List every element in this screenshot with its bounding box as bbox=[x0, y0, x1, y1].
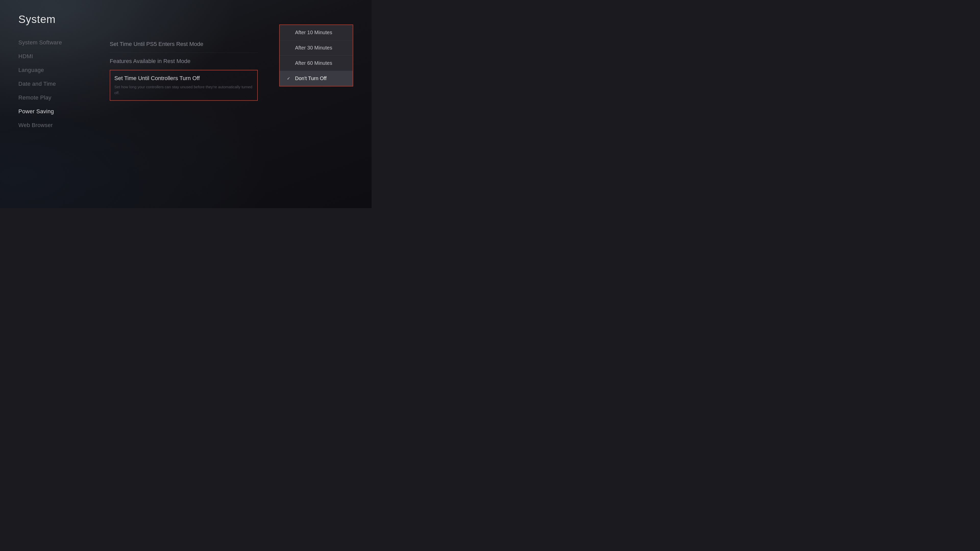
dropdown-panel: After 10 Minutes After 30 Minutes After … bbox=[279, 24, 353, 86]
sidebar-item-hdmi[interactable]: HDMI bbox=[18, 49, 95, 63]
sidebar-item-language[interactable]: Language bbox=[18, 63, 95, 77]
menu-item-rest-mode-time[interactable]: Set Time Until PS5 Enters Rest Mode bbox=[110, 36, 258, 53]
menu-item-controllers-turn-off-label: Set Time Until Controllers Turn Off bbox=[115, 75, 200, 81]
menu-item-controllers-turn-off[interactable]: Set Time Until Controllers Turn Off Set … bbox=[110, 70, 258, 101]
checkmark-dont-turn-off: ✓ bbox=[287, 76, 292, 81]
sidebar-item-system-software[interactable]: System Software bbox=[18, 36, 95, 49]
dropdown-item-after-60-label: After 60 Minutes bbox=[295, 60, 332, 66]
dropdown-item-after-60[interactable]: After 60 Minutes bbox=[280, 56, 353, 71]
dropdown-item-after-30-label: After 30 Minutes bbox=[295, 45, 332, 51]
sidebar: System Software HDMI Language Date and T… bbox=[18, 36, 95, 132]
menu-item-rest-mode-features[interactable]: Features Available in Rest Mode bbox=[110, 53, 258, 70]
main-content: Set Time Until PS5 Enters Rest Mode Feat… bbox=[110, 36, 258, 100]
sidebar-item-remote-play[interactable]: Remote Play bbox=[18, 91, 95, 105]
dropdown-item-after-10-label: After 10 Minutes bbox=[295, 30, 332, 35]
dropdown-item-after-10[interactable]: After 10 Minutes bbox=[280, 25, 353, 40]
sidebar-item-date-and-time[interactable]: Date and Time bbox=[18, 77, 95, 91]
dropdown-item-after-30[interactable]: After 30 Minutes bbox=[280, 40, 353, 56]
menu-item-controllers-description: Set how long your controllers can stay u… bbox=[115, 84, 253, 96]
sidebar-item-web-browser[interactable]: Web Browser bbox=[18, 118, 95, 132]
dropdown-item-dont-turn-off-label: Don't Turn Off bbox=[295, 76, 327, 81]
page-title: System bbox=[18, 13, 56, 25]
sidebar-item-power-saving[interactable]: Power Saving bbox=[18, 105, 95, 118]
dropdown-item-dont-turn-off[interactable]: ✓ Don't Turn Off bbox=[280, 71, 353, 86]
